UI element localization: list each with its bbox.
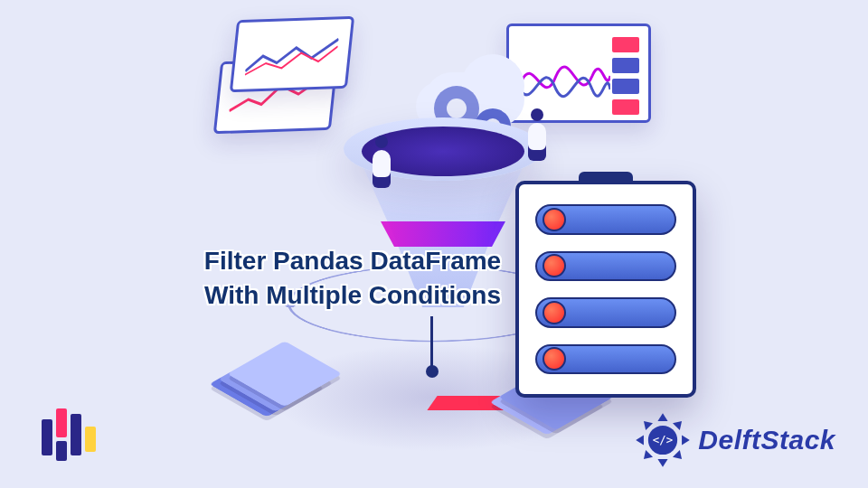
filter-row [535,251,676,282]
filter-row [535,297,676,328]
pandas-bar-logo-icon [42,408,96,463]
svg-marker-6 [640,418,653,430]
svg-marker-4 [673,418,685,430]
person-icon [369,136,394,188]
title-line-1: Filter Pandas DataFrame [204,247,501,275]
svg-marker-0 [658,413,668,421]
title-line-2: With Multiple Conditions [204,281,501,309]
svg-marker-7 [673,450,685,463]
svg-marker-5 [640,450,653,463]
panel-tab [579,172,633,184]
funnel-stripe [375,221,511,247]
svg-marker-2 [637,435,645,445]
person-icon [524,108,550,161]
delftstack-logo-icon: </> [635,412,691,468]
filter-list-panel [515,181,696,398]
brand-lockup: </> DelftStack [635,412,835,468]
brand-name: DelftStack [698,425,835,455]
filter-row [535,344,676,375]
svg-text:</>: </> [653,433,673,446]
filter-row [535,204,676,235]
svg-marker-1 [658,459,668,467]
svg-marker-3 [682,435,690,445]
article-title: Filter Pandas DataFrame With Multiple Co… [190,244,515,313]
